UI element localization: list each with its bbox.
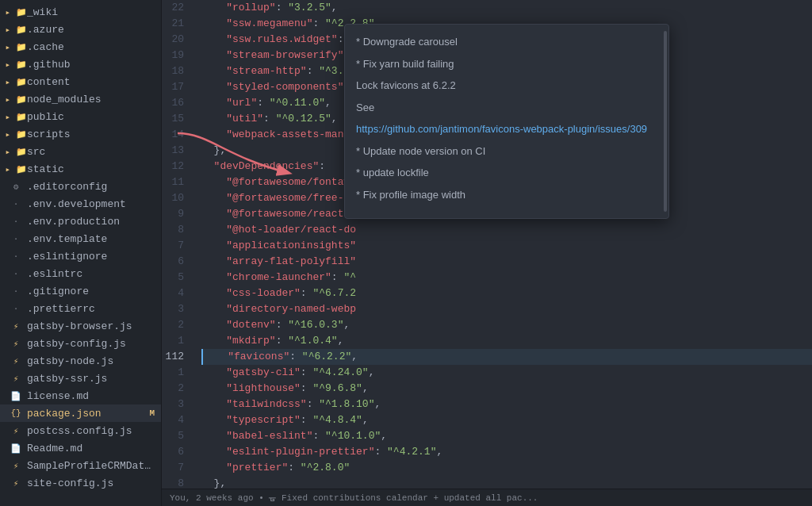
sidebar-item-src[interactable]: ▸ 📁 src	[0, 143, 161, 160]
sidebar-item-license[interactable]: 📄 license.md	[0, 387, 161, 404]
code-line: "mkdirp": "^1.0.4",	[201, 333, 812, 349]
sidebar-item-content[interactable]: ▸ 📁 content	[0, 73, 161, 90]
line-number: 15	[162, 111, 189, 127]
folder-icon: ▸ 📁	[10, 164, 22, 174]
sidebar-item-label: .editorconfig	[27, 181, 155, 193]
sidebar-item-label: .env.development	[27, 198, 155, 210]
file-icon: ·	[10, 217, 22, 226]
js-icon: ⚡	[10, 461, 22, 471]
sidebar-item-label: gatsby-config.js	[27, 338, 155, 350]
sidebar-item-prettierrc[interactable]: · .prettierrc	[0, 300, 161, 317]
line-number: 3	[162, 397, 189, 412]
tooltip-line: * Fix yarn build failing	[356, 56, 657, 72]
sidebar-item-sample-data[interactable]: ⚡ SampleProfileCRMData.js...	[0, 457, 161, 474]
file-icon: ·	[10, 251, 22, 261]
sidebar-item-public[interactable]: ▸ 📁 public	[0, 108, 161, 125]
code-line: "gatsby-cli": "^4.24.0",	[201, 365, 812, 381]
sidebar-item-readme[interactable]: 📄 Readme.md	[0, 439, 161, 457]
sidebar-item-eslintignore[interactable]: · .eslintignore	[0, 247, 161, 265]
sidebar-item-postcss[interactable]: ⚡ postcss.config.js	[0, 422, 161, 439]
folder-icon: ▸ 📁	[10, 94, 22, 105]
github-link[interactable]: https://github.com/jantimon/favicons-web…	[356, 123, 647, 135]
sidebar-item-label: .github	[27, 59, 155, 71]
file-icon: ·	[10, 286, 22, 296]
code-line: "prettier": "^2.8.0"	[201, 460, 812, 476]
json-icon: {}	[10, 408, 22, 418]
code-line: "babel-eslint": "^10.1.0",	[201, 428, 812, 444]
line-number: 2	[162, 317, 189, 333]
code-line: "rollup": "3.2.5",	[201, 0, 812, 16]
folder-icon: ▸ 📁	[10, 25, 22, 35]
sidebar-item-label: _wiki	[27, 6, 155, 18]
js-icon: ⚡	[10, 374, 22, 384]
sidebar-item-scripts[interactable]: ▸ 📁 scripts	[0, 125, 161, 143]
line-number: 5	[162, 428, 189, 444]
tooltip-line: See	[356, 100, 657, 116]
sidebar-item-github[interactable]: ▸ 📁 .github	[0, 56, 161, 73]
tooltip-line: Lock favicons at 6.2.2	[356, 78, 657, 94]
tooltip-line: * Fix profile image width	[356, 187, 657, 203]
tooltip-line: * update lockfile	[356, 165, 657, 181]
sidebar-item-label: package.json	[27, 408, 146, 420]
js-icon: ⚡	[10, 321, 22, 332]
sidebar-item-gatsby-ssr[interactable]: ⚡ gatsby-ssr.js	[0, 370, 161, 387]
sidebar-item-label: license.md	[27, 390, 155, 402]
tooltip-link[interactable]: https://github.com/jantimon/favicons-web…	[356, 121, 657, 137]
tooltip-line: * Downgrade carousel	[356, 34, 657, 50]
sidebar-item-cache[interactable]: ▸ 📁 .cache	[0, 38, 161, 56]
line-number: 10	[162, 190, 189, 206]
line-number: 16	[162, 95, 189, 111]
folder-icon: ▸ 📁	[10, 147, 22, 157]
sidebar-item-label: Readme.md	[27, 443, 155, 454]
sidebar-item-label: gatsby-browser.js	[27, 320, 155, 332]
sidebar-item-label: .eslintrc	[27, 268, 155, 280]
line-number: 12	[162, 159, 189, 174]
sidebar-item-static[interactable]: ▸ 📁 static	[0, 160, 161, 178]
sidebar-item-label: node_modules	[27, 94, 155, 105]
sidebar-item-label: SampleProfileCRMData.js...	[27, 460, 155, 472]
sidebar-item-env-template[interactable]: · .env.template	[0, 230, 161, 247]
sidebar-item-label: .env.production	[27, 216, 155, 228]
code-line: "eslint-plugin-prettier": "^4.2.1",	[201, 444, 812, 460]
sidebar-item-package-json[interactable]: {} package.json M	[0, 404, 161, 422]
sidebar-item-label: postcss.config.js	[27, 425, 155, 437]
sidebar-item-label: site-config.js	[27, 477, 155, 489]
sidebar-item-label: .azure	[27, 24, 155, 36]
sidebar-item-wiki[interactable]: ▸ 📁 _wiki	[0, 3, 161, 21]
line-number: 13	[162, 143, 189, 159]
sidebar-item-label: scripts	[27, 128, 155, 140]
line-number: 18	[162, 63, 189, 79]
sidebar-item-editorconfig[interactable]: ⚙ .editorconfig	[0, 178, 161, 195]
line-number: 20	[162, 32, 189, 48]
sidebar-item-gatsby-node[interactable]: ⚡ gatsby-node.js	[0, 352, 161, 370]
sidebar-item-label: static	[27, 163, 155, 175]
sidebar-item-label: src	[27, 146, 155, 158]
line-number: 4	[162, 412, 189, 428]
sidebar-item-site-config[interactable]: ⚡ site-config.js	[0, 474, 161, 492]
sidebar-item-label: .cache	[27, 41, 155, 53]
js-icon: ⚡	[10, 478, 22, 489]
line-number: 3	[162, 301, 189, 317]
sidebar-item-gitignore[interactable]: · .gitignore	[0, 282, 161, 300]
line-numbers: 22 21 20 19 18 17 16 15 14 13 12 11 10 9…	[162, 0, 195, 506]
sidebar-item-gatsby-config[interactable]: ⚡ gatsby-config.js	[0, 335, 161, 352]
code-editor: 22 21 20 19 18 17 16 15 14 13 12 11 10 9…	[162, 0, 812, 506]
md-icon: 📄	[10, 443, 22, 454]
sidebar-item-eslintrc[interactable]: · .eslintrc	[0, 265, 161, 282]
sidebar-item-gatsby-browser[interactable]: ⚡ gatsby-browser.js	[0, 317, 161, 335]
sidebar-item-env-dev[interactable]: · .env.development	[0, 195, 161, 213]
line-number: 7	[162, 460, 189, 476]
line-number: 4	[162, 286, 189, 301]
file-icon: ·	[10, 269, 22, 278]
sidebar-item-env-prod[interactable]: · .env.production	[0, 213, 161, 230]
code-line: "typescript": "^4.8.4",	[201, 412, 812, 428]
sidebar-item-node-modules[interactable]: ▸ 📁 node_modules	[0, 90, 161, 108]
sidebar-item-azure[interactable]: ▸ 📁 .azure	[0, 21, 161, 38]
js-icon: ⚡	[10, 356, 22, 366]
file-explorer: ▸ 📁 _wiki ▸ 📁 .azure ▸ 📁 .cache ▸ 📁 .git…	[0, 0, 162, 506]
line-number: 19	[162, 48, 189, 63]
line-number: 22	[162, 0, 189, 16]
md-icon: 📄	[10, 391, 22, 401]
line-number: 1	[162, 365, 189, 381]
folder-icon: ▸ 📁	[10, 42, 22, 52]
